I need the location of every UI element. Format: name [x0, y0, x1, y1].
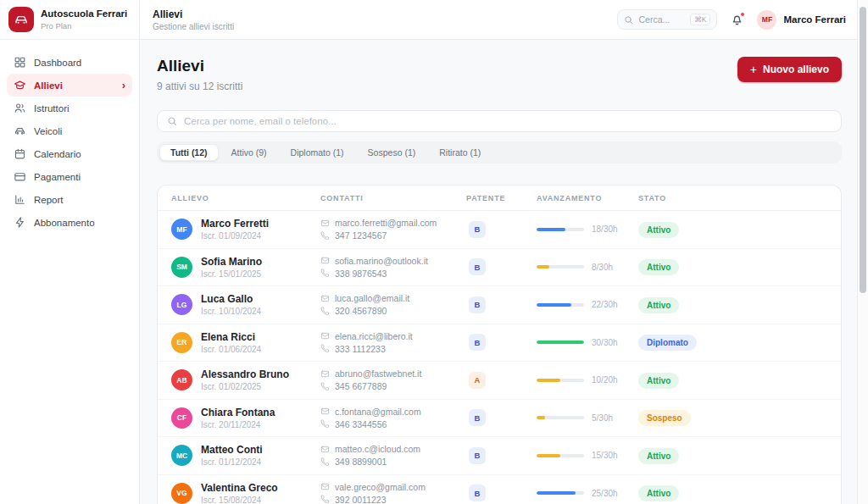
- sidebar-item-icon: [14, 170, 26, 183]
- status-cell: Attivo: [638, 296, 827, 313]
- status-badge: Diplomato: [638, 335, 697, 351]
- user-menu[interactable]: MF Marco Ferrari: [757, 10, 846, 30]
- license-badge: B: [469, 296, 486, 313]
- license-badge: B: [469, 485, 486, 501]
- filter-tab[interactable]: Tutti (12): [159, 144, 219, 161]
- student-name: Alessandro Bruno: [201, 368, 289, 380]
- license-cell: B: [466, 258, 537, 275]
- progress-bar-fill: [537, 265, 549, 269]
- enrollment-date: Iscr. 01/12/2024: [201, 457, 263, 467]
- column-header-avanzamento: AVANZAMENTO: [537, 194, 638, 202]
- table-row[interactable]: AB Alessandro Bruno Iscr. 01/02/2025 abr…: [158, 362, 841, 400]
- sidebar-item[interactable]: Pagamenti: [7, 165, 132, 188]
- page-title: Allievi: [157, 57, 242, 75]
- sidebar-item-label: Allievi: [34, 80, 63, 91]
- notifications-button[interactable]: [730, 13, 744, 27]
- column-header-stato: STATO: [638, 194, 827, 202]
- license-badge: B: [469, 221, 486, 238]
- envelope-icon: [320, 445, 330, 454]
- table-row[interactable]: MC Matteo Conti Iscr. 01/12/2024 matteo.…: [158, 437, 841, 475]
- scrollbar-thumb[interactable]: [860, 7, 866, 293]
- progress-bar: [537, 265, 584, 269]
- table-row[interactable]: MF Marco Ferretti Iscr. 01/09/2024 marco…: [158, 211, 841, 249]
- student-name: Luca Gallo: [201, 293, 261, 305]
- avatar: MC: [171, 445, 192, 466]
- avatar: CF: [171, 407, 192, 429]
- phone-icon: [320, 419, 330, 429]
- enrollment-date: Iscr. 01/06/2024: [201, 345, 261, 354]
- status-badge: Attivo: [638, 259, 679, 275]
- sidebar-item-icon: [14, 79, 26, 91]
- student-email: marco.ferretti@gmail.com: [335, 218, 437, 228]
- avatar: MF: [171, 219, 192, 240]
- main-area: Allievi Gestione allievi iscritti ⌘K MF …: [140, 0, 868, 504]
- student-email: matteo.c@icloud.com: [335, 444, 420, 454]
- contacts-cell: sofia.marino@outlook.it 338 9876543: [320, 256, 466, 279]
- student-cell: MC Matteo Conti Iscr. 01/12/2024: [171, 444, 320, 467]
- enrollment-date: Iscr. 01/02/2025: [201, 382, 289, 391]
- status-badge: Sospeso: [638, 410, 691, 426]
- status-cell: Attivo: [638, 221, 827, 238]
- chevron-right-icon: ›: [122, 80, 125, 91]
- sidebar-item[interactable]: Allievi ›: [7, 74, 132, 97]
- sidebar-item[interactable]: Veicoli: [7, 119, 132, 142]
- enrollment-date: Iscr. 15/01/2025: [201, 269, 262, 279]
- filter-tab[interactable]: Attivo (9): [220, 144, 278, 161]
- license-badge: B: [469, 334, 486, 351]
- contacts-cell: vale.greco@gmail.com 392 0011223: [320, 482, 466, 504]
- global-search[interactable]: ⌘K: [617, 9, 717, 30]
- new-student-button[interactable]: + Nuovo allievo: [737, 57, 842, 82]
- progress-cell: 30/30h: [537, 338, 638, 347]
- progress-label: 8/30h: [592, 263, 613, 272]
- sidebar-item[interactable]: Dashboard: [7, 51, 132, 74]
- table-row[interactable]: SM Sofia Marino Iscr. 15/01/2025 sofia.m…: [158, 249, 841, 287]
- sidebar-item-label: Calendario: [34, 149, 81, 159]
- student-email: c.fontana@gmail.com: [335, 407, 421, 417]
- new-student-button-label: Nuovo allievo: [763, 64, 829, 75]
- status-cell: Attivo: [638, 372, 827, 389]
- student-name: Valentina Greco: [201, 482, 278, 494]
- user-name: Marco Ferrari: [783, 14, 846, 25]
- app-window: Autoscuola Ferrari Pro Plan Dashboard Al…: [0, 0, 868, 504]
- student-search[interactable]: [157, 110, 842, 132]
- student-email: sofia.marino@outlook.it: [335, 256, 428, 266]
- sidebar-nav: Dashboard Allievi › Istruttori: [0, 40, 139, 245]
- student-cell: LG Luca Gallo Iscr. 10/10/2024: [171, 293, 320, 316]
- phone-icon: [320, 382, 330, 391]
- student-phone: 338 9876543: [335, 269, 387, 279]
- table-row[interactable]: LG Luca Gallo Iscr. 10/10/2024 luca.gall…: [158, 286, 841, 324]
- table-row[interactable]: ER Elena Ricci Iscr. 01/06/2024 elena.ri…: [158, 324, 841, 363]
- envelope-icon: [320, 219, 330, 228]
- progress-bar: [537, 228, 584, 231]
- plus-icon: +: [750, 64, 757, 75]
- phone-icon: [320, 457, 330, 467]
- page-content: Allievi 9 attivi su 12 iscritti + Nuovo …: [140, 40, 868, 504]
- license-badge: B: [469, 409, 486, 426]
- sidebar-item[interactable]: Calendario: [7, 142, 132, 165]
- license-cell: B: [466, 334, 537, 351]
- progress-cell: 25/30h: [537, 489, 638, 498]
- filter-tab[interactable]: Ritirato (1): [428, 144, 492, 161]
- student-search-input[interactable]: [184, 116, 832, 126]
- table-row[interactable]: CF Chiara Fontana Iscr. 20/11/2024 c.fon…: [158, 400, 841, 438]
- sidebar-item[interactable]: Abbonamento: [7, 211, 132, 234]
- sidebar-item[interactable]: Report: [7, 188, 132, 211]
- status-badge: Attivo: [638, 448, 679, 464]
- student-name: Matteo Conti: [201, 444, 263, 456]
- filter-tab[interactable]: Diplomato (1): [280, 144, 355, 161]
- student-name: Marco Ferretti: [201, 218, 269, 230]
- table-row[interactable]: VG Valentina Greco Iscr. 15/08/2024 vale…: [158, 475, 841, 504]
- avatar: LG: [171, 294, 192, 315]
- status-badge: Attivo: [638, 222, 679, 238]
- sidebar-item-label: Report: [34, 195, 64, 205]
- envelope-icon: [320, 407, 330, 416]
- filter-tab[interactable]: Sospeso (1): [357, 144, 427, 161]
- global-search-input[interactable]: [638, 14, 685, 25]
- app-logo-car-icon: [8, 7, 34, 32]
- sidebar-item[interactable]: Istruttori: [7, 97, 132, 119]
- student-phone: 320 4567890: [335, 306, 387, 316]
- contacts-cell: marco.ferretti@gmail.com 347 1234567: [320, 218, 466, 241]
- license-badge: B: [469, 447, 486, 464]
- status-cell: Sospeso: [638, 409, 827, 426]
- progress-bar: [537, 341, 584, 344]
